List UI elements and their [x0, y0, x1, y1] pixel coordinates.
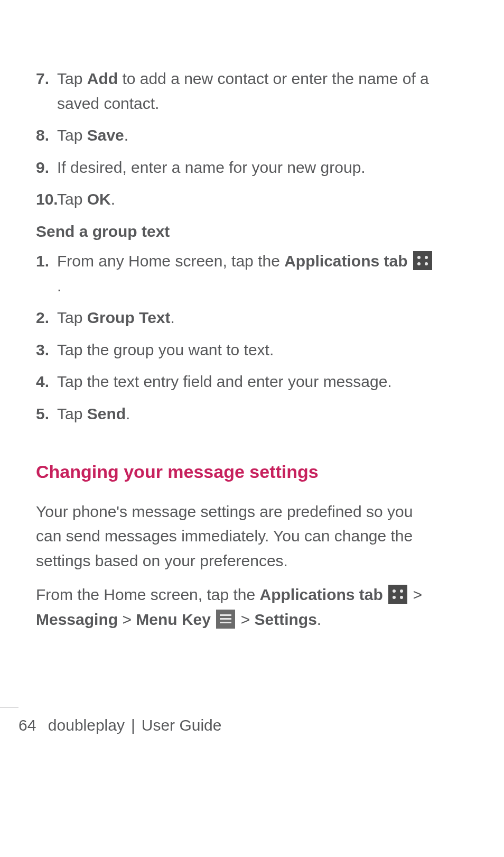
list-item: 8. Tap Save.	[36, 123, 435, 148]
item-number: 1.	[36, 249, 49, 274]
ordered-list-group-text: 1. From any Home screen, tap the Applica…	[36, 249, 435, 426]
page-number: 64	[18, 716, 36, 734]
separator: >	[408, 586, 422, 603]
text: From the Home screen, tap the	[36, 586, 260, 603]
footer-rule	[0, 707, 18, 707]
item-number: 4.	[36, 370, 49, 394]
text: .	[124, 126, 128, 144]
item-number: 10.	[36, 187, 58, 212]
text: .	[126, 405, 130, 422]
text: .	[317, 611, 321, 628]
menu-key-icon	[216, 610, 235, 629]
body-content: 7. Tap Add to add a new contact or enter…	[36, 67, 435, 632]
item-number: 8.	[36, 123, 49, 148]
document-page: 7. Tap Add to add a new contact or enter…	[0, 0, 504, 857]
list-item: 3. Tap the group you want to text.	[36, 338, 435, 363]
bold-text: Settings	[255, 611, 317, 628]
list-item: 5. Tap Send.	[36, 402, 435, 427]
applications-tab-icon	[413, 251, 432, 270]
list-item: 7. Tap Add to add a new contact or enter…	[36, 67, 435, 116]
separator: >	[118, 611, 136, 628]
bold-text: Applications tab	[260, 586, 383, 603]
product-name: doubleplay	[48, 716, 125, 734]
list-item: 10. Tap OK.	[36, 187, 435, 212]
text: From any Home screen, tap the	[57, 252, 284, 270]
list-item: 9. If desired, enter a name for your new…	[36, 155, 435, 180]
text: Tap	[57, 309, 87, 326]
bold-text: OK	[87, 190, 111, 208]
text: Tap the text entry field and enter your …	[57, 373, 392, 390]
text: Tap the group you want to text.	[57, 341, 274, 358]
footer-separator: |	[131, 716, 135, 734]
navigation-path: From the Home screen, tap the Applicatio…	[36, 583, 435, 632]
list-item: 4. Tap the text entry field and enter yo…	[36, 370, 435, 394]
section-heading-changing-message-settings: Changing your message settings	[36, 458, 435, 486]
subheading-send-group-text: Send a group text	[36, 219, 435, 244]
bold-text: Messaging	[36, 611, 118, 628]
text: Tap	[57, 405, 87, 422]
list-item: 2. Tap Group Text.	[36, 306, 435, 330]
text: .	[57, 277, 61, 294]
text: If desired, enter a name for your new gr…	[57, 159, 366, 176]
bold-text: Menu Key	[136, 611, 211, 628]
item-number: 5.	[36, 402, 49, 427]
item-number: 7.	[36, 67, 49, 91]
text: .	[111, 190, 115, 208]
page-footer: 64 doubleplay|User Guide	[0, 716, 504, 734]
text: .	[171, 309, 175, 326]
bold-text: Save	[87, 126, 124, 144]
doc-type: User Guide	[142, 716, 222, 734]
item-number: 2.	[36, 306, 49, 330]
bold-text: Add	[87, 70, 118, 87]
ordered-list-continue: 7. Tap Add to add a new contact or enter…	[36, 67, 435, 212]
bold-text: Applications tab	[284, 252, 407, 270]
item-number: 9.	[36, 155, 49, 180]
text: Tap	[57, 190, 87, 208]
bold-text: Send	[87, 405, 126, 422]
bold-text: Group Text	[87, 309, 171, 326]
paragraph: Your phone's message settings are predef…	[36, 500, 435, 574]
separator: >	[236, 611, 254, 628]
list-item: 1. From any Home screen, tap the Applica…	[36, 249, 435, 298]
footer-doc-title: doubleplay|User Guide	[48, 716, 222, 734]
text	[408, 252, 412, 270]
item-number: 3.	[36, 338, 49, 363]
text: Tap	[57, 126, 87, 144]
applications-tab-icon	[388, 585, 407, 604]
text: Tap	[57, 70, 87, 87]
